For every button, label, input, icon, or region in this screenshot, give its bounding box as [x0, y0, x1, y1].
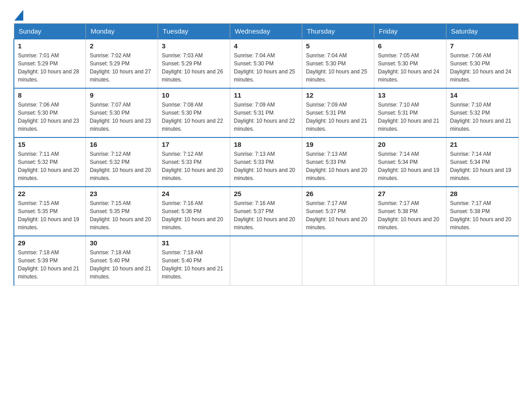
calendar-cell: 23 Sunrise: 7:15 AM Sunset: 5:35 PM Dayl… [86, 187, 158, 236]
calendar-cell: 28 Sunrise: 7:17 AM Sunset: 5:38 PM Dayl… [446, 187, 519, 236]
day-info: Sunrise: 7:11 AM Sunset: 5:32 PM Dayligh… [18, 150, 82, 182]
calendar-cell: 18 Sunrise: 7:13 AM Sunset: 5:33 PM Dayl… [230, 137, 302, 187]
calendar-cell: 29 Sunrise: 7:18 AM Sunset: 5:39 PM Dayl… [14, 236, 86, 285]
day-number: 20 [378, 141, 442, 148]
day-info: Sunrise: 7:01 AM Sunset: 5:29 PM Dayligh… [18, 51, 82, 84]
day-info: Sunrise: 7:16 AM Sunset: 5:37 PM Dayligh… [234, 199, 298, 231]
day-number: 16 [90, 141, 154, 148]
calendar-cell: 20 Sunrise: 7:14 AM Sunset: 5:34 PM Dayl… [374, 137, 446, 187]
calendar-cell: 10 Sunrise: 7:08 AM Sunset: 5:30 PM Dayl… [158, 88, 230, 137]
column-header-monday: Monday [86, 24, 158, 39]
calendar-cell: 13 Sunrise: 7:10 AM Sunset: 5:31 PM Dayl… [374, 88, 446, 137]
calendar-cell: 3 Sunrise: 7:03 AM Sunset: 5:29 PM Dayli… [158, 39, 230, 88]
day-number: 9 [90, 91, 154, 99]
day-info: Sunrise: 7:06 AM Sunset: 5:30 PM Dayligh… [450, 51, 515, 84]
day-info: Sunrise: 7:13 AM Sunset: 5:33 PM Dayligh… [234, 150, 298, 182]
calendar-cell: 9 Sunrise: 7:07 AM Sunset: 5:30 PM Dayli… [86, 88, 158, 137]
calendar-cell [374, 236, 446, 285]
calendar-cell: 21 Sunrise: 7:14 AM Sunset: 5:34 PM Dayl… [446, 137, 519, 187]
calendar-cell: 25 Sunrise: 7:16 AM Sunset: 5:37 PM Dayl… [230, 187, 302, 236]
day-info: Sunrise: 7:04 AM Sunset: 5:30 PM Dayligh… [234, 51, 298, 84]
calendar-cell: 31 Sunrise: 7:18 AM Sunset: 5:40 PM Dayl… [158, 236, 230, 285]
calendar-cell: 30 Sunrise: 7:18 AM Sunset: 5:40 PM Dayl… [86, 236, 158, 285]
logo-triangle-icon [14, 10, 23, 21]
calendar-cell: 24 Sunrise: 7:16 AM Sunset: 5:36 PM Dayl… [158, 187, 230, 236]
day-info: Sunrise: 7:09 AM Sunset: 5:31 PM Dayligh… [234, 101, 298, 133]
day-number: 25 [234, 190, 298, 197]
day-info: Sunrise: 7:15 AM Sunset: 5:35 PM Dayligh… [90, 199, 154, 231]
day-info: Sunrise: 7:18 AM Sunset: 5:40 PM Dayligh… [162, 248, 226, 281]
column-header-thursday: Thursday [302, 24, 374, 39]
day-info: Sunrise: 7:03 AM Sunset: 5:29 PM Dayligh… [162, 51, 226, 84]
day-info: Sunrise: 7:14 AM Sunset: 5:34 PM Dayligh… [378, 150, 442, 182]
calendar-cell: 8 Sunrise: 7:06 AM Sunset: 5:30 PM Dayli… [14, 88, 86, 137]
day-number: 14 [450, 91, 515, 99]
week-row-3: 15 Sunrise: 7:11 AM Sunset: 5:32 PM Dayl… [14, 137, 519, 187]
day-number: 24 [162, 190, 226, 197]
logo [13, 9, 23, 19]
day-number: 7 [450, 42, 515, 50]
day-number: 31 [162, 239, 226, 247]
day-info: Sunrise: 7:05 AM Sunset: 5:30 PM Dayligh… [378, 51, 442, 84]
day-info: Sunrise: 7:13 AM Sunset: 5:33 PM Dayligh… [306, 150, 370, 182]
day-info: Sunrise: 7:12 AM Sunset: 5:32 PM Dayligh… [90, 150, 154, 182]
calendar-cell: 12 Sunrise: 7:09 AM Sunset: 5:31 PM Dayl… [302, 88, 374, 137]
calendar-cell: 11 Sunrise: 7:09 AM Sunset: 5:31 PM Dayl… [230, 88, 302, 137]
svg-marker-0 [14, 10, 23, 21]
day-number: 13 [378, 91, 442, 99]
day-info: Sunrise: 7:17 AM Sunset: 5:37 PM Dayligh… [306, 199, 370, 231]
day-info: Sunrise: 7:12 AM Sunset: 5:33 PM Dayligh… [162, 150, 226, 182]
calendar-cell: 15 Sunrise: 7:11 AM Sunset: 5:32 PM Dayl… [14, 137, 86, 187]
day-number: 17 [162, 141, 226, 148]
calendar-cell: 5 Sunrise: 7:04 AM Sunset: 5:30 PM Dayli… [302, 39, 374, 88]
day-number: 26 [306, 190, 370, 197]
day-number: 4 [234, 42, 298, 50]
day-number: 12 [306, 91, 370, 99]
column-header-tuesday: Tuesday [158, 24, 230, 39]
day-info: Sunrise: 7:10 AM Sunset: 5:32 PM Dayligh… [450, 101, 515, 133]
column-header-saturday: Saturday [446, 24, 519, 39]
day-number: 10 [162, 91, 226, 99]
day-info: Sunrise: 7:15 AM Sunset: 5:35 PM Dayligh… [18, 199, 82, 231]
day-number: 5 [306, 42, 370, 50]
day-info: Sunrise: 7:17 AM Sunset: 5:38 PM Dayligh… [450, 199, 515, 231]
column-header-friday: Friday [374, 24, 446, 39]
day-info: Sunrise: 7:08 AM Sunset: 5:30 PM Dayligh… [162, 101, 226, 133]
calendar-cell: 22 Sunrise: 7:15 AM Sunset: 5:35 PM Dayl… [14, 187, 86, 236]
calendar-cell [446, 236, 519, 285]
day-info: Sunrise: 7:17 AM Sunset: 5:38 PM Dayligh… [378, 199, 442, 231]
page-header [13, 9, 519, 19]
calendar-cell [230, 236, 302, 285]
day-number: 1 [18, 42, 82, 50]
calendar-cell: 4 Sunrise: 7:04 AM Sunset: 5:30 PM Dayli… [230, 39, 302, 88]
day-number: 29 [18, 239, 82, 247]
column-header-sunday: Sunday [14, 24, 86, 39]
day-number: 19 [306, 141, 370, 148]
day-number: 11 [234, 91, 298, 99]
day-info: Sunrise: 7:10 AM Sunset: 5:31 PM Dayligh… [378, 101, 442, 133]
day-number: 15 [18, 141, 82, 148]
calendar-header-row: SundayMondayTuesdayWednesdayThursdayFrid… [14, 24, 519, 39]
day-number: 27 [378, 190, 442, 197]
day-info: Sunrise: 7:09 AM Sunset: 5:31 PM Dayligh… [306, 101, 370, 133]
week-row-2: 8 Sunrise: 7:06 AM Sunset: 5:30 PM Dayli… [14, 88, 519, 137]
calendar-cell [302, 236, 374, 285]
day-number: 30 [90, 239, 154, 247]
day-number: 28 [450, 190, 515, 197]
day-number: 21 [450, 141, 515, 148]
week-row-5: 29 Sunrise: 7:18 AM Sunset: 5:39 PM Dayl… [14, 236, 519, 285]
week-row-4: 22 Sunrise: 7:15 AM Sunset: 5:35 PM Dayl… [14, 187, 519, 236]
day-info: Sunrise: 7:07 AM Sunset: 5:30 PM Dayligh… [90, 101, 154, 133]
calendar-cell: 16 Sunrise: 7:12 AM Sunset: 5:32 PM Dayl… [86, 137, 158, 187]
calendar-cell: 7 Sunrise: 7:06 AM Sunset: 5:30 PM Dayli… [446, 39, 519, 88]
day-info: Sunrise: 7:14 AM Sunset: 5:34 PM Dayligh… [450, 150, 515, 182]
day-number: 18 [234, 141, 298, 148]
day-number: 3 [162, 42, 226, 50]
calendar-cell: 17 Sunrise: 7:12 AM Sunset: 5:33 PM Dayl… [158, 137, 230, 187]
day-info: Sunrise: 7:02 AM Sunset: 5:29 PM Dayligh… [90, 51, 154, 84]
day-info: Sunrise: 7:06 AM Sunset: 5:30 PM Dayligh… [18, 101, 82, 133]
calendar-cell: 2 Sunrise: 7:02 AM Sunset: 5:29 PM Dayli… [86, 39, 158, 88]
day-info: Sunrise: 7:16 AM Sunset: 5:36 PM Dayligh… [162, 199, 226, 231]
day-info: Sunrise: 7:04 AM Sunset: 5:30 PM Dayligh… [306, 51, 370, 84]
day-number: 23 [90, 190, 154, 197]
